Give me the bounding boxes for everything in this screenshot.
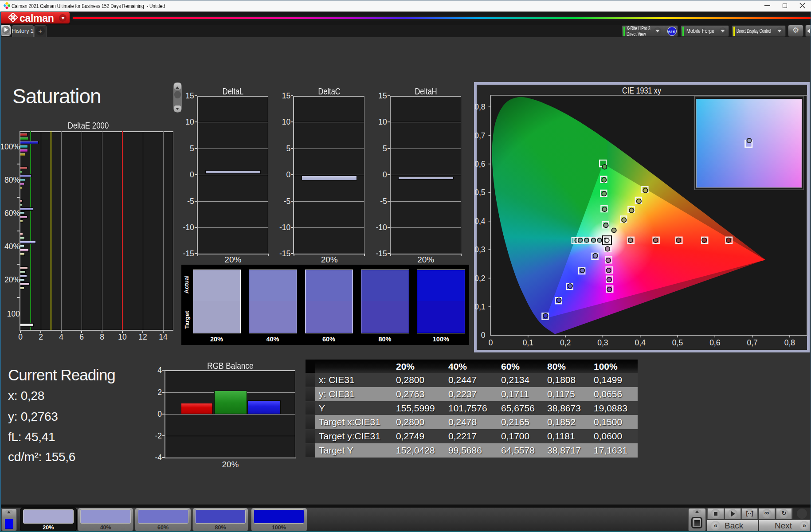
svg-text:0: 0 xyxy=(489,338,493,347)
svg-text:0,4: 0,4 xyxy=(474,217,486,226)
svg-text:0,8: 0,8 xyxy=(474,102,485,111)
svg-text:0,7: 0,7 xyxy=(747,338,757,347)
svg-text:0,2: 0,2 xyxy=(560,338,571,347)
svg-text:0,3: 0,3 xyxy=(597,338,608,347)
svg-text:CIE 1931 xy: CIE 1931 xy xyxy=(622,86,661,95)
svg-text:0,8: 0,8 xyxy=(784,338,795,347)
svg-text:0,5: 0,5 xyxy=(474,188,485,197)
svg-text:0,7: 0,7 xyxy=(474,131,485,140)
svg-text:0,6: 0,6 xyxy=(474,160,485,168)
svg-text:0,2: 0,2 xyxy=(474,274,485,283)
svg-text:0,5: 0,5 xyxy=(672,338,683,347)
svg-text:0,6: 0,6 xyxy=(709,338,720,347)
svg-text:0: 0 xyxy=(481,331,486,340)
svg-text:0,4: 0,4 xyxy=(635,338,646,347)
svg-text:0,3: 0,3 xyxy=(474,245,485,254)
svg-text:0,1: 0,1 xyxy=(474,302,485,311)
svg-text:0,1: 0,1 xyxy=(523,338,533,347)
